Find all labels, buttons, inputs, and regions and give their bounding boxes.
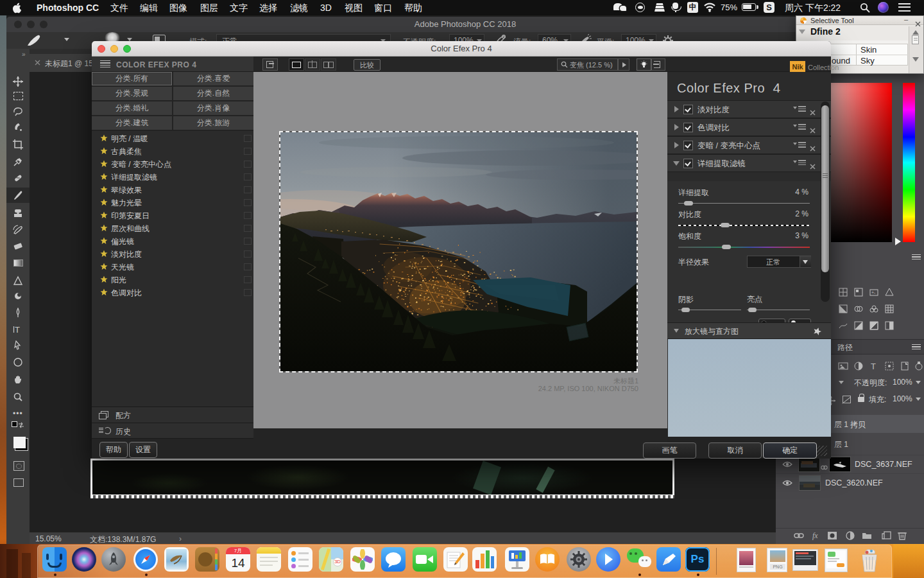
svg-text:+-: +- (871, 290, 876, 295)
svg-text:fx: fx (812, 531, 818, 540)
svg-text:T: T (15, 325, 20, 335)
svg-text:T: T (871, 362, 876, 371)
